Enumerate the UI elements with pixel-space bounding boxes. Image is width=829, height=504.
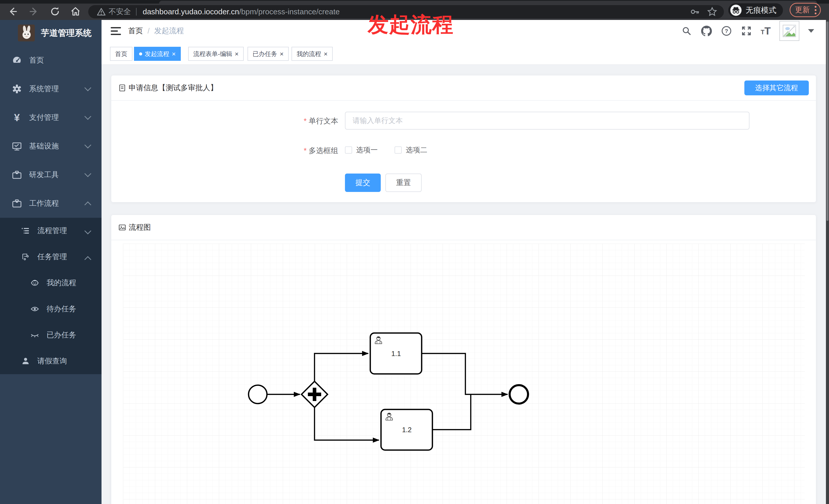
single-line-text-input[interactable] xyxy=(345,112,750,129)
page-scrollbar[interactable] xyxy=(826,20,829,504)
tag-process-form-edit[interactable]: 流程表单-编辑 × xyxy=(188,47,244,61)
tag-label: 我的流程 xyxy=(297,50,321,58)
chevron-down-icon xyxy=(84,142,91,149)
app-logo-row[interactable]: 芋道管理系统 xyxy=(0,20,102,46)
breadcrumb-home[interactable]: 首页 xyxy=(128,26,143,36)
flow-gateway-to-task2 xyxy=(315,408,379,440)
tag-home[interactable]: 首页 xyxy=(110,47,133,61)
reload-button[interactable] xyxy=(47,4,63,20)
tag-label: 流程表单-编辑 xyxy=(193,50,232,58)
field-label-checkbox-group: *多选框组 xyxy=(111,146,338,156)
bookmark-star-icon[interactable] xyxy=(707,7,717,17)
sidebar: 芋道管理系统 首页 系统管理 ¥ 支付管理 基础设施 研发工具 xyxy=(0,20,102,504)
bpmn-start-event[interactable] xyxy=(249,385,267,403)
task-label: 1.2 xyxy=(402,426,412,434)
sidebar-item-my-processes[interactable]: 我的流程 xyxy=(0,270,102,296)
sidebar-item-workflow[interactable]: 工作流程 xyxy=(0,189,102,218)
select-other-process-button[interactable]: 选择其它流程 xyxy=(744,80,809,95)
sidebar-item-system-management[interactable]: 系统管理 xyxy=(0,75,102,103)
bpmn-canvas[interactable]: 1.1 1.2 xyxy=(123,243,805,504)
sidebar-item-todo-tasks[interactable]: 待办任务 xyxy=(0,296,102,322)
chevron-down-icon xyxy=(84,113,91,120)
incognito-label: 无痕模式 xyxy=(746,5,776,15)
home-icon xyxy=(70,6,80,16)
reset-button[interactable]: 重置 xyxy=(385,173,422,192)
tag-done-tasks[interactable]: 已办任务 × xyxy=(248,47,289,61)
app-header: 首页 / 发起流程 ? TT xyxy=(102,20,826,42)
eye-icon xyxy=(30,305,39,313)
password-key-icon[interactable] xyxy=(690,7,700,17)
tag-label: 发起流程 xyxy=(145,50,169,58)
process-diagram-card: 流程图 xyxy=(111,215,816,504)
sidebar-item-process-management[interactable]: 流程管理 xyxy=(0,218,102,244)
chrome-menu-icon[interactable] xyxy=(815,6,817,14)
checkbox-icon[interactable] xyxy=(345,147,352,154)
back-button[interactable] xyxy=(5,4,21,20)
not-secure-warning-icon xyxy=(97,7,106,16)
url-text[interactable]: dashboard.yudao.iocoder.cn/bpm/process-i… xyxy=(143,7,339,16)
browser-tabstrip xyxy=(0,0,829,4)
chevron-up-icon xyxy=(84,201,91,208)
help-icon[interactable]: ? xyxy=(721,25,732,37)
flow-gateway-to-task1 xyxy=(315,353,368,381)
card-header: 流程图 xyxy=(111,215,816,240)
checkbox-option-2[interactable]: 选项二 xyxy=(395,145,427,155)
sidebar-item-label: 工作流程 xyxy=(29,198,59,208)
tag-my-processes[interactable]: 我的流程 × xyxy=(291,47,333,61)
search-icon[interactable] xyxy=(681,25,692,37)
sidebar-item-label: 已办任务 xyxy=(46,330,76,340)
avatar-caret-icon[interactable] xyxy=(808,29,814,33)
browser-active-tab[interactable] xyxy=(159,1,817,4)
tag-start-process[interactable]: 发起流程 × xyxy=(134,47,181,61)
flow-task1-to-end xyxy=(422,353,508,394)
breadcrumb-current: 发起流程 xyxy=(154,26,184,36)
sidebar-item-infrastructure[interactable]: 基础设施 xyxy=(0,132,102,160)
avatar[interactable] xyxy=(780,21,799,41)
sidebar-collapse-button[interactable] xyxy=(111,26,122,36)
svg-text:?: ? xyxy=(725,28,728,34)
required-mark: * xyxy=(304,117,307,125)
dashboard-icon xyxy=(11,55,23,66)
sidebar-item-dev-tools[interactable]: 研发工具 xyxy=(0,160,102,189)
sidebar-item-leave-query[interactable]: 请假查询 xyxy=(0,348,102,374)
sidebar-item-label: 系统管理 xyxy=(29,84,59,94)
bpmn-diagram: 1.1 1.2 xyxy=(123,243,805,504)
incognito-icon xyxy=(730,5,742,16)
sidebar-item-payment-management[interactable]: ¥ 支付管理 xyxy=(0,103,102,132)
close-icon[interactable]: × xyxy=(172,51,176,57)
bpmn-user-task-1-2[interactable]: 1.2 xyxy=(381,410,432,450)
card-title: 申请信息【测试多审批人】 xyxy=(129,83,218,93)
scrollbar-thumb[interactable] xyxy=(826,22,828,221)
sidebar-item-task-management[interactable]: 任务管理 xyxy=(0,244,102,270)
close-icon[interactable]: × xyxy=(324,51,328,57)
flow-task2-to-end xyxy=(432,395,471,430)
checkbox-icon[interactable] xyxy=(395,147,402,154)
update-label[interactable]: 更新 xyxy=(795,5,810,15)
app-title: 芋道管理系统 xyxy=(41,27,92,39)
field-label-single-line-text: *单行文本 xyxy=(111,116,338,126)
bpmn-end-event[interactable] xyxy=(510,385,528,403)
security-label[interactable]: 不安全 xyxy=(109,7,131,17)
checkbox-option-1[interactable]: 选项一 xyxy=(345,145,378,155)
card-header: 申请信息【测试多审批人】 选择其它流程 xyxy=(111,75,816,101)
sidebar-item-done-tasks[interactable]: 已办任务 xyxy=(0,322,102,348)
close-icon[interactable]: × xyxy=(280,51,284,57)
sidebar-item-home[interactable]: 首页 xyxy=(0,46,102,75)
card-title: 流程图 xyxy=(129,222,151,233)
forward-button[interactable] xyxy=(26,4,42,20)
chrome-update-button[interactable]: 更新 xyxy=(790,3,821,17)
eye-closed-icon xyxy=(30,331,39,339)
close-icon[interactable]: × xyxy=(235,51,239,57)
sidebar-item-label: 我的流程 xyxy=(46,278,76,288)
github-icon[interactable] xyxy=(701,25,712,37)
submit-button[interactable]: 提交 xyxy=(345,173,381,192)
bpmn-user-task-1-1[interactable]: 1.1 xyxy=(370,333,422,374)
sidebar-item-label: 支付管理 xyxy=(29,112,59,123)
fullscreen-icon[interactable] xyxy=(741,25,752,37)
bpmn-parallel-gateway[interactable] xyxy=(301,381,328,408)
broken-image-icon xyxy=(782,24,797,38)
font-size-icon[interactable]: TT xyxy=(761,27,771,35)
breadcrumb: 首页 / 发起流程 xyxy=(128,20,184,42)
apply-info-card: 申请信息【测试多审批人】 选择其它流程 *单行文本 *多选框组 选项一 选项二 … xyxy=(111,75,816,202)
home-button[interactable] xyxy=(68,4,83,20)
